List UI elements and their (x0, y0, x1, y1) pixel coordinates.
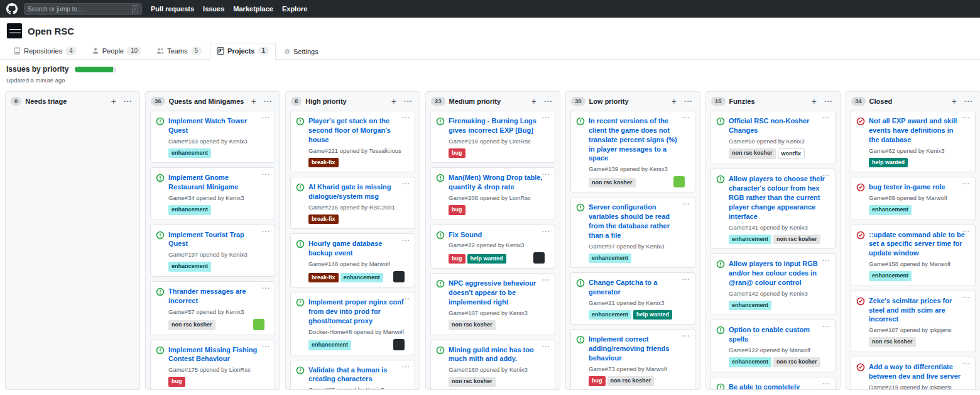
issue-card[interactable]: Implement Watch Tower Quest Game#183 ope… (150, 111, 275, 163)
card-menu-button[interactable]: ··· (262, 114, 270, 121)
issue-card[interactable]: Implement Gnome Restaurant Minigame Game… (150, 167, 275, 220)
issue-title[interactable]: NPC aggressive behaviour doesn't appear … (449, 279, 545, 307)
card-menu-button[interactable]: ··· (542, 277, 550, 284)
column-menu-button[interactable]: ··· (542, 98, 555, 105)
issue-title[interactable]: Add a way to differentiate between dev a… (869, 362, 965, 381)
issue-card[interactable]: Add a way to differentiate between dev a… (851, 357, 976, 389)
issue-title[interactable]: ::update command able to be set a specif… (869, 230, 965, 259)
issue-card[interactable]: Allow players to choose their character'… (710, 169, 836, 249)
issue-title[interactable]: Al Kharid gate is missing dialogue/syste… (308, 182, 405, 201)
issue-card[interactable]: bug tester in-game role Game#89 opened b… (851, 177, 976, 220)
card-menu-button[interactable]: ··· (822, 257, 830, 264)
issue-card[interactable]: Server configuration variables should be… (570, 197, 695, 268)
card-menu-button[interactable]: ··· (402, 237, 410, 244)
issue-card[interactable]: Not all EXP award and skill events have … (851, 111, 976, 172)
issue-card[interactable]: Al Kharid gate is missing dialogue/syste… (290, 177, 415, 229)
issue-title[interactable]: Change Captcha to a generator (589, 278, 685, 297)
issue-title[interactable]: Option to enable custom spells (729, 325, 825, 344)
card-menu-button[interactable]: ··· (962, 114, 971, 121)
issue-card[interactable]: ::update command able to be set a specif… (851, 225, 976, 286)
issue-title[interactable]: In recent versions of the client the gam… (589, 116, 685, 163)
card-menu-button[interactable]: ··· (822, 323, 830, 330)
tab-repositories[interactable]: Repositories4 (6, 43, 84, 59)
issue-title[interactable]: Mining guild mine has too much mith and … (449, 345, 545, 364)
nav-explore[interactable]: Explore (282, 5, 307, 13)
issue-title[interactable]: Validate that a human is creating charac… (308, 365, 405, 384)
nav-marketplace[interactable]: Marketplace (233, 5, 273, 13)
issue-title[interactable]: Hourly game database backup event (308, 239, 405, 258)
add-card-button[interactable]: + (530, 97, 538, 106)
assignee-avatar[interactable] (393, 271, 405, 282)
card-menu-button[interactable]: ··· (262, 228, 270, 235)
tab-settings[interactable]: ⚙Settings (277, 44, 325, 59)
issue-title[interactable]: Be able to completely disable lottery th… (729, 382, 825, 390)
issue-card[interactable]: Firemaking - Burning Logs gives incorrec… (430, 111, 555, 163)
column-menu-button[interactable]: ··· (122, 98, 134, 105)
card-menu-button[interactable]: ··· (542, 114, 550, 121)
issue-title[interactable]: Official RSC non-Kosher Changes (729, 116, 825, 135)
card-menu-button[interactable]: ··· (962, 181, 971, 187)
assignee-avatar[interactable] (253, 319, 264, 330)
issue-card[interactable]: Allow players to input RGB and/or hex co… (710, 253, 836, 315)
issue-card[interactable]: Implement proper nginx conf from dev int… (290, 292, 415, 355)
issue-title[interactable]: Firemaking - Burning Logs gives incorrec… (449, 116, 545, 135)
issue-title[interactable]: Server configuration variables should be… (589, 203, 685, 240)
issue-title[interactable]: Allow players to choose their character'… (729, 174, 825, 221)
column-menu-button[interactable]: ··· (402, 98, 415, 105)
card-menu-button[interactable]: ··· (402, 296, 410, 303)
tab-people[interactable]: People10 (85, 43, 148, 59)
column-menu-button[interactable]: ··· (682, 98, 695, 105)
issue-card[interactable]: Implement correct adding/removing friend… (570, 329, 695, 389)
assignee-avatar[interactable] (393, 339, 405, 350)
issue-title[interactable]: Zeke's scimitar prices for steel and mit… (869, 296, 965, 325)
card-menu-button[interactable]: ··· (682, 201, 690, 208)
card-menu-button[interactable]: ··· (542, 171, 550, 178)
add-card-button[interactable]: + (109, 97, 118, 106)
column-menu-button[interactable]: ··· (822, 98, 835, 105)
card-menu-button[interactable]: ··· (402, 114, 410, 121)
card-menu-button[interactable]: ··· (542, 228, 550, 235)
issue-card[interactable]: Zeke's scimitar prices for steel and mit… (851, 291, 976, 352)
issue-card[interactable]: Change Captcha to a generator Game#21 op… (570, 272, 695, 325)
issue-card[interactable]: In recent versions of the client the gam… (570, 111, 695, 192)
issue-card[interactable]: Official RSC non-Kosher Changes Game#50 … (710, 111, 836, 164)
issue-title[interactable]: Implement Gnome Restaurant Minigame (168, 173, 264, 192)
nav-issues[interactable]: Issues (203, 5, 224, 13)
issue-card[interactable]: Validate that a human is creating charac… (290, 360, 415, 389)
card-menu-button[interactable]: ··· (682, 276, 690, 283)
card-menu-button[interactable]: ··· (402, 181, 410, 187)
issue-title[interactable]: Player's get stuck on the second floor o… (308, 116, 405, 145)
issue-card[interactable]: Mining guild mine has too much mith and … (430, 340, 555, 389)
issue-card[interactable]: Option to enable custom spells Game#122 … (710, 320, 836, 372)
org-avatar[interactable] (6, 23, 23, 39)
card-menu-button[interactable]: ··· (682, 114, 690, 121)
issue-title[interactable]: Implement proper nginx conf from dev int… (308, 298, 405, 326)
issue-card[interactable]: Hourly game database backup event Game#1… (290, 233, 415, 287)
issue-title[interactable]: Implement Tourist Trap Quest (168, 230, 264, 249)
issue-title[interactable]: Allow players to input RGB and/or hex co… (729, 259, 825, 287)
column-menu-button[interactable]: ··· (262, 98, 275, 105)
tab-projects[interactable]: Projects1 (210, 43, 276, 60)
card-menu-button[interactable]: ··· (262, 171, 270, 178)
issue-title[interactable]: bug tester in-game role (869, 182, 965, 192)
card-menu-button[interactable]: ··· (542, 343, 550, 350)
issue-title[interactable]: Man(Men) Wrong Drop table, quantity & dr… (449, 173, 545, 192)
card-menu-button[interactable]: ··· (262, 285, 270, 292)
add-card-button[interactable]: + (249, 97, 258, 106)
card-menu-button[interactable]: ··· (962, 228, 971, 235)
issue-card[interactable]: Player's get stuck on the second floor o… (290, 111, 415, 172)
card-menu-button[interactable]: ··· (262, 343, 270, 350)
add-card-button[interactable]: + (810, 97, 819, 106)
issue-card[interactable]: NPC aggressive behaviour doesn't appear … (430, 273, 555, 335)
tab-teams[interactable]: Teams5 (150, 43, 209, 59)
issue-card[interactable]: Fix Sound Game#22 opened by Kenix3 bughe… (430, 225, 555, 269)
github-logo-icon[interactable] (6, 3, 18, 14)
card-menu-button[interactable]: ··· (962, 294, 971, 301)
card-menu-button[interactable]: ··· (822, 381, 830, 387)
issue-title[interactable]: Thrander messages are incorrect (168, 287, 264, 306)
add-card-button[interactable]: + (389, 97, 398, 106)
issue-card[interactable]: Man(Men) Wrong Drop table, quantity & dr… (430, 167, 555, 220)
nav-pull-requests[interactable]: Pull requests (151, 5, 194, 13)
issue-title[interactable]: Implement correct adding/removing friend… (589, 335, 685, 363)
issue-card[interactable]: Be able to completely disable lottery th… (710, 377, 836, 390)
